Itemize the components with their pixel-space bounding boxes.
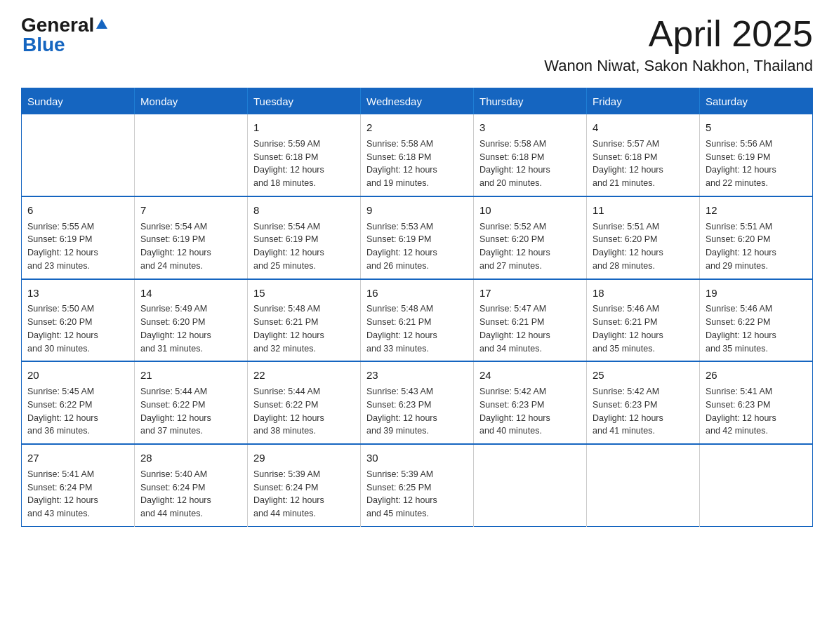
day-info: Sunrise: 5:51 AM Sunset: 6:20 PM Dayligh…: [593, 220, 694, 273]
day-info: Sunrise: 5:41 AM Sunset: 6:23 PM Dayligh…: [706, 385, 807, 438]
day-info: Sunrise: 5:50 AM Sunset: 6:20 PM Dayligh…: [27, 302, 128, 355]
day-cell: 6Sunrise: 5:55 AM Sunset: 6:19 PM Daylig…: [22, 196, 135, 279]
day-number: 3: [479, 120, 581, 135]
day-cell: 19Sunrise: 5:46 AM Sunset: 6:22 PM Dayli…: [700, 279, 813, 362]
day-cell: 14Sunrise: 5:49 AM Sunset: 6:20 PM Dayli…: [135, 279, 248, 362]
day-cell: 20Sunrise: 5:45 AM Sunset: 6:22 PM Dayli…: [22, 361, 135, 444]
day-cell: 22Sunrise: 5:44 AM Sunset: 6:22 PM Dayli…: [248, 361, 361, 444]
header-cell-wednesday: Wednesday: [361, 88, 474, 115]
header-cell-friday: Friday: [587, 88, 700, 115]
calendar-table: SundayMondayTuesdayWednesdayThursdayFrid…: [21, 88, 813, 527]
day-info: Sunrise: 5:42 AM Sunset: 6:23 PM Dayligh…: [479, 385, 581, 438]
header-cell-monday: Monday: [135, 88, 248, 115]
day-info: Sunrise: 5:53 AM Sunset: 6:19 PM Dayligh…: [366, 220, 468, 273]
day-info: Sunrise: 5:47 AM Sunset: 6:21 PM Dayligh…: [479, 302, 581, 355]
day-number: 21: [140, 368, 241, 383]
day-number: 6: [27, 203, 128, 218]
title-area: April 2025 Wanon Niwat, Sakon Nakhon, Th…: [544, 14, 813, 75]
day-number: 5: [706, 120, 807, 135]
day-number: 30: [366, 450, 468, 466]
day-info: Sunrise: 5:46 AM Sunset: 6:21 PM Dayligh…: [593, 302, 694, 355]
day-cell: 5Sunrise: 5:56 AM Sunset: 6:19 PM Daylig…: [700, 114, 813, 196]
week-row-2: 6Sunrise: 5:55 AM Sunset: 6:19 PM Daylig…: [22, 196, 813, 279]
day-number: 2: [366, 120, 468, 135]
header-row: SundayMondayTuesdayWednesdayThursdayFrid…: [22, 88, 813, 115]
day-cell: 29Sunrise: 5:39 AM Sunset: 6:24 PM Dayli…: [248, 444, 361, 526]
day-number: 17: [479, 286, 581, 301]
day-cell: 3Sunrise: 5:58 AM Sunset: 6:18 PM Daylig…: [474, 114, 587, 196]
week-row-5: 27Sunrise: 5:41 AM Sunset: 6:24 PM Dayli…: [22, 444, 813, 526]
day-cell: 25Sunrise: 5:42 AM Sunset: 6:23 PM Dayli…: [587, 361, 700, 444]
week-row-1: 1Sunrise: 5:59 AM Sunset: 6:18 PM Daylig…: [22, 114, 813, 196]
header-cell-sunday: Sunday: [22, 88, 135, 115]
day-number: 19: [706, 286, 807, 301]
day-cell: 17Sunrise: 5:47 AM Sunset: 6:21 PM Dayli…: [474, 279, 587, 362]
day-cell: 28Sunrise: 5:40 AM Sunset: 6:24 PM Dayli…: [135, 444, 248, 526]
day-number: 27: [27, 450, 128, 466]
day-cell: [700, 444, 813, 526]
logo-area: General Blue: [21, 14, 109, 56]
day-info: Sunrise: 5:52 AM Sunset: 6:20 PM Dayligh…: [479, 220, 581, 273]
day-number: 12: [706, 203, 807, 218]
header-cell-tuesday: Tuesday: [248, 88, 361, 115]
logo-icon: [95, 18, 108, 33]
day-info: Sunrise: 5:48 AM Sunset: 6:21 PM Dayligh…: [253, 302, 355, 355]
day-number: 8: [253, 203, 355, 218]
header-cell-thursday: Thursday: [474, 88, 587, 115]
day-cell: 18Sunrise: 5:46 AM Sunset: 6:21 PM Dayli…: [587, 279, 700, 362]
day-number: 28: [140, 450, 241, 466]
calendar-title: April 2025: [544, 14, 813, 54]
day-info: Sunrise: 5:41 AM Sunset: 6:24 PM Dayligh…: [27, 468, 128, 521]
day-cell: 30Sunrise: 5:39 AM Sunset: 6:25 PM Dayli…: [361, 444, 474, 526]
day-cell: 26Sunrise: 5:41 AM Sunset: 6:23 PM Dayli…: [700, 361, 813, 444]
day-number: 20: [27, 368, 128, 383]
day-cell: [587, 444, 700, 526]
week-row-4: 20Sunrise: 5:45 AM Sunset: 6:22 PM Dayli…: [22, 361, 813, 444]
day-cell: 16Sunrise: 5:48 AM Sunset: 6:21 PM Dayli…: [361, 279, 474, 362]
day-number: 14: [140, 286, 241, 301]
day-cell: [135, 114, 248, 196]
day-cell: 1Sunrise: 5:59 AM Sunset: 6:18 PM Daylig…: [248, 114, 361, 196]
day-info: Sunrise: 5:57 AM Sunset: 6:18 PM Dayligh…: [593, 137, 694, 190]
day-number: 9: [366, 203, 468, 218]
day-info: Sunrise: 5:44 AM Sunset: 6:22 PM Dayligh…: [140, 385, 241, 438]
page-header: General Blue April 2025 Wanon Niwat, Sak…: [21, 14, 813, 75]
day-info: Sunrise: 5:39 AM Sunset: 6:24 PM Dayligh…: [253, 468, 355, 521]
day-cell: 23Sunrise: 5:43 AM Sunset: 6:23 PM Dayli…: [361, 361, 474, 444]
day-number: 25: [593, 368, 694, 383]
day-cell: [22, 114, 135, 196]
day-info: Sunrise: 5:46 AM Sunset: 6:22 PM Dayligh…: [706, 302, 807, 355]
day-number: 26: [706, 368, 807, 383]
day-info: Sunrise: 5:56 AM Sunset: 6:19 PM Dayligh…: [706, 137, 807, 190]
day-cell: [474, 444, 587, 526]
day-number: 18: [593, 286, 694, 301]
day-cell: 11Sunrise: 5:51 AM Sunset: 6:20 PM Dayli…: [587, 196, 700, 279]
day-cell: 13Sunrise: 5:50 AM Sunset: 6:20 PM Dayli…: [22, 279, 135, 362]
calendar-header: SundayMondayTuesdayWednesdayThursdayFrid…: [22, 88, 813, 115]
day-cell: 21Sunrise: 5:44 AM Sunset: 6:22 PM Dayli…: [135, 361, 248, 444]
day-number: 23: [366, 368, 468, 383]
day-info: Sunrise: 5:54 AM Sunset: 6:19 PM Dayligh…: [140, 220, 241, 273]
day-number: 16: [366, 286, 468, 301]
day-cell: 2Sunrise: 5:58 AM Sunset: 6:18 PM Daylig…: [361, 114, 474, 196]
day-number: 11: [593, 203, 694, 218]
day-info: Sunrise: 5:59 AM Sunset: 6:18 PM Dayligh…: [253, 137, 355, 190]
day-number: 15: [253, 286, 355, 301]
day-info: Sunrise: 5:40 AM Sunset: 6:24 PM Dayligh…: [140, 468, 241, 521]
day-info: Sunrise: 5:49 AM Sunset: 6:20 PM Dayligh…: [140, 302, 241, 355]
day-info: Sunrise: 5:55 AM Sunset: 6:19 PM Dayligh…: [27, 220, 128, 273]
day-cell: 15Sunrise: 5:48 AM Sunset: 6:21 PM Dayli…: [248, 279, 361, 362]
week-row-3: 13Sunrise: 5:50 AM Sunset: 6:20 PM Dayli…: [22, 279, 813, 362]
day-info: Sunrise: 5:43 AM Sunset: 6:23 PM Dayligh…: [366, 385, 468, 438]
calendar-body: 1Sunrise: 5:59 AM Sunset: 6:18 PM Daylig…: [22, 114, 813, 526]
day-info: Sunrise: 5:45 AM Sunset: 6:22 PM Dayligh…: [27, 385, 128, 438]
day-cell: 7Sunrise: 5:54 AM Sunset: 6:19 PM Daylig…: [135, 196, 248, 279]
day-number: 4: [593, 120, 694, 135]
day-cell: 9Sunrise: 5:53 AM Sunset: 6:19 PM Daylig…: [361, 196, 474, 279]
day-info: Sunrise: 5:58 AM Sunset: 6:18 PM Dayligh…: [366, 137, 468, 190]
day-number: 29: [253, 450, 355, 466]
day-info: Sunrise: 5:42 AM Sunset: 6:23 PM Dayligh…: [593, 385, 694, 438]
calendar-subtitle: Wanon Niwat, Sakon Nakhon, Thailand: [544, 57, 813, 75]
day-number: 22: [253, 368, 355, 383]
day-cell: 8Sunrise: 5:54 AM Sunset: 6:19 PM Daylig…: [248, 196, 361, 279]
